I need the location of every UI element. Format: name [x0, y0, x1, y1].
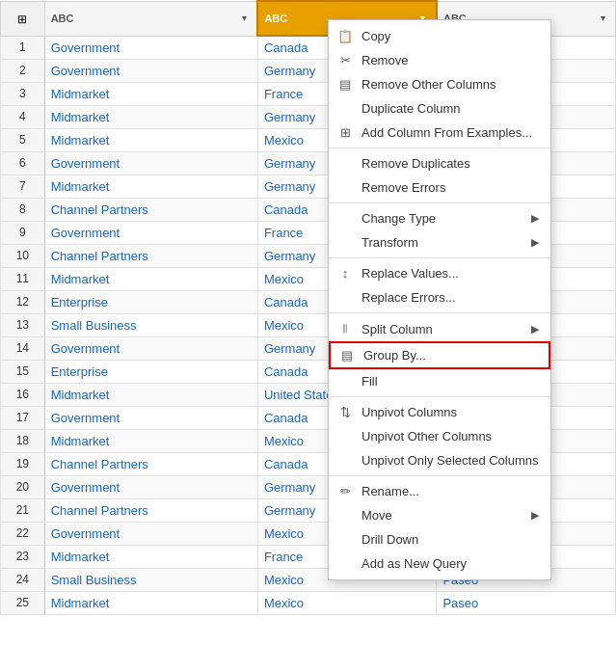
menu-arrow-move: ▶ — [531, 509, 539, 522]
row-number: 11 — [1, 267, 45, 290]
segment-cell: Small Business — [44, 568, 257, 591]
menu-label-fill: Fill — [362, 374, 539, 389]
menu-item-group-by[interactable]: ▤Group By... — [329, 341, 550, 369]
row-number: 8 — [1, 198, 45, 221]
menu-item-remove-other[interactable]: ▤Remove Other Columns — [329, 72, 550, 96]
menu-label-add-from-examples: Add Column From Examples... — [362, 125, 539, 140]
menu-arrow-split-column: ▶ — [531, 323, 539, 336]
menu-item-transform[interactable]: Transform▶ — [329, 230, 550, 255]
menu-item-fill[interactable]: Fill — [329, 369, 550, 393]
country-type-icon: ABC — [264, 13, 287, 24]
menu-label-copy: Copy — [362, 29, 539, 43]
menu-label-replace-values: Replace Values... — [362, 266, 539, 281]
menu-label-duplicate: Duplicate Column — [362, 101, 539, 116]
menu-label-group-by: Group By... — [363, 348, 537, 363]
menu-label-replace-errors: Replace Errors... — [362, 290, 539, 305]
menu-separator — [329, 257, 550, 258]
segment-cell: Midmarket — [44, 429, 257, 452]
row-number: 14 — [1, 336, 45, 360]
menu-item-move[interactable]: Move▶ — [329, 503, 550, 527]
segment-cell: Midmarket — [44, 128, 257, 151]
menu-label-remove-dupes: Remove Duplicates — [362, 156, 539, 171]
segment-dropdown-icon[interactable]: ▾ — [237, 12, 251, 25]
row-number: 7 — [1, 175, 45, 198]
menu-item-unpivot-selected[interactable]: Unpivot Only Selected Columns — [329, 448, 550, 472]
segment-cell: Government — [44, 151, 257, 175]
menu-label-rename: Rename... — [362, 484, 539, 498]
segment-cell: Channel Partners — [44, 452, 257, 475]
row-number: 6 — [1, 151, 45, 175]
menu-label-move: Move — [362, 508, 523, 523]
segment-cell: Small Business — [44, 313, 257, 336]
menu-icon-split-column: ⫴ — [336, 321, 354, 336]
row-number: 25 — [1, 591, 45, 614]
menu-arrow-change-type: ▶ — [531, 212, 539, 225]
table-corner-icon: ⊞ — [17, 13, 27, 26]
segment-cell: Channel Partners — [44, 244, 257, 267]
menu-icon-replace-values: ↕ — [336, 266, 354, 281]
segment-cell: Government — [44, 36, 257, 59]
segment-cell: Channel Partners — [44, 198, 257, 221]
segment-cell: Midmarket — [44, 105, 257, 128]
segment-cell: Midmarket — [44, 175, 257, 198]
segment-cell: Midmarket — [44, 591, 257, 614]
menu-label-unpivot: Unpivot Columns — [362, 405, 539, 419]
menu-separator — [329, 148, 550, 148]
menu-item-add-as-new-query[interactable]: Add as New Query — [329, 551, 550, 576]
row-number: 13 — [1, 313, 45, 336]
country-cell: Mexico — [257, 591, 437, 614]
menu-icon-rename: ✏ — [336, 484, 354, 498]
row-number: 1 — [1, 36, 45, 59]
menu-icon-group-by: ▤ — [338, 348, 356, 363]
menu-item-unpivot-other[interactable]: Unpivot Other Columns — [329, 424, 550, 448]
segment-column-header[interactable]: ABC ▾ — [44, 1, 257, 36]
segment-cell: Midmarket — [44, 82, 257, 105]
menu-item-unpivot[interactable]: ⇅Unpivot Columns — [329, 400, 550, 424]
row-number: 23 — [1, 545, 45, 568]
menu-item-rename[interactable]: ✏Rename... — [329, 479, 550, 503]
menu-icon-copy: 📋 — [336, 29, 354, 43]
menu-separator — [329, 475, 550, 476]
menu-label-remove-errors: Remove Errors — [362, 180, 539, 195]
menu-label-drill-down: Drill Down — [362, 532, 539, 547]
menu-label-transform: Transform — [362, 235, 523, 250]
segment-cell: Government — [44, 406, 257, 429]
menu-icon-remove-other: ▤ — [336, 77, 354, 92]
row-number: 10 — [1, 244, 45, 267]
menu-separator — [329, 202, 550, 203]
menu-arrow-transform: ▶ — [531, 236, 539, 249]
segment-type-icon: ABC — [51, 13, 74, 24]
menu-label-add-as-new-query: Add as New Query — [362, 556, 539, 571]
menu-item-remove-dupes[interactable]: Remove Duplicates — [329, 151, 550, 175]
menu-icon-remove: ✂ — [336, 53, 354, 67]
menu-item-remove-errors[interactable]: Remove Errors — [329, 175, 550, 200]
menu-item-drill-down[interactable]: Drill Down — [329, 527, 550, 551]
menu-item-copy[interactable]: 📋Copy — [329, 24, 550, 48]
menu-label-split-column: Split Column — [362, 322, 523, 336]
row-number: 15 — [1, 360, 45, 383]
menu-item-replace-values[interactable]: ↕Replace Values... — [329, 261, 550, 285]
row-number: 4 — [1, 105, 45, 128]
menu-separator — [329, 312, 550, 313]
row-number: 5 — [1, 128, 45, 151]
product-cell: Paseo — [437, 591, 616, 614]
product-dropdown-icon[interactable]: ▾ — [596, 12, 609, 25]
menu-item-change-type[interactable]: Change Type▶ — [329, 206, 550, 230]
row-number: 17 — [1, 406, 45, 429]
menu-label-change-type: Change Type — [362, 211, 523, 226]
menu-icon-unpivot: ⇅ — [336, 405, 354, 419]
menu-item-remove[interactable]: ✂Remove — [329, 48, 550, 72]
table-row: 25MidmarketMexicoPaseo — [1, 591, 616, 614]
menu-label-unpivot-other: Unpivot Other Columns — [362, 429, 539, 444]
menu-item-add-from-examples[interactable]: ⊞Add Column From Examples... — [329, 121, 550, 145]
row-number: 2 — [1, 59, 45, 82]
segment-cell: Government — [44, 475, 257, 498]
menu-item-replace-errors[interactable]: Replace Errors... — [329, 285, 550, 309]
row-number: 9 — [1, 221, 45, 244]
segment-cell: Enterprise — [44, 290, 257, 313]
menu-item-duplicate[interactable]: Duplicate Column — [329, 96, 550, 121]
row-number: 20 — [1, 475, 45, 498]
row-number: 21 — [1, 498, 45, 522]
row-number: 24 — [1, 568, 45, 591]
menu-item-split-column[interactable]: ⫴Split Column▶ — [329, 316, 550, 341]
